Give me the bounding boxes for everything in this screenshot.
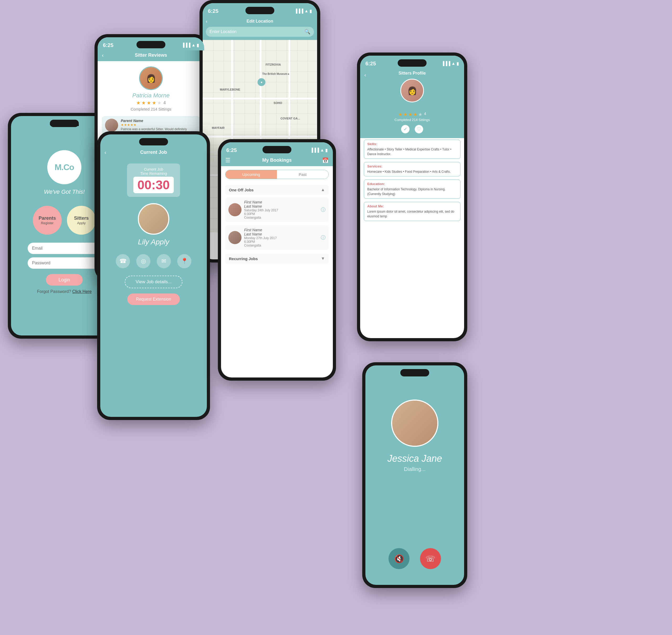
- login-button[interactable]: Login: [46, 274, 83, 286]
- bookings-header: ☰ My Bookings 📅: [221, 155, 333, 166]
- pin-dot: ●: [261, 80, 262, 84]
- status-time-reviews: 6:25: [103, 42, 113, 48]
- back-icon[interactable]: ‹: [102, 52, 104, 58]
- mute-button[interactable]: 🔇: [389, 548, 410, 569]
- booking-item-1: First NameLast Name Saturday 24th July 2…: [225, 197, 329, 222]
- about-text: Lorem ipsum dolor sit amet, consectetur …: [367, 209, 457, 219]
- rating-row: ★ ★ ★ ★ ★ 4: [136, 100, 166, 106]
- location-icon-btn[interactable]: ◎: [136, 254, 150, 268]
- completed-sittings: Completed 214 Sittings: [130, 107, 171, 111]
- phone-job-inner: 6:25 ▐▐▐ ▲ ▮ ‹ Current Job Current JobTi…: [100, 134, 207, 417]
- role-buttons: Parents Register Sitters Apply: [33, 206, 96, 235]
- timer-box: Current JobTime Remaining 00:30: [127, 163, 180, 197]
- calling-avatar: [391, 399, 438, 447]
- sitter-name: Patricia Morne: [132, 92, 170, 99]
- pstar-3: ★: [408, 112, 412, 117]
- app-logo: M.Co: [47, 150, 81, 184]
- signal-icon-p: ▐▐▐: [441, 61, 450, 66]
- profile-screen: 6:25 ▐▐▐ ▲ ▮ ‹ Sitters Profile 👩 Patrici…: [360, 56, 464, 338]
- star-4: ★: [152, 100, 156, 106]
- education-text: Bachelor of Information Technology. Dipl…: [367, 187, 457, 196]
- pstar-2: ★: [403, 112, 407, 117]
- status-icons-bookings: ▐▐▐ ▲ ▮: [310, 148, 328, 153]
- one-off-section-header[interactable]: One Off Jobs ▲: [225, 185, 329, 195]
- map-top-row: ‹ Edit Location: [206, 18, 314, 25]
- location-search-input[interactable]: Enter Location: [210, 29, 302, 34]
- recurring-section-header[interactable]: Recurring Jobs ▼: [225, 254, 329, 264]
- map-search-bar: ‹ Edit Location Enter Location 🔍: [203, 16, 317, 40]
- map-back-icon[interactable]: ‹: [206, 19, 208, 24]
- booking-name-2: First NameLast Name: [244, 228, 318, 236]
- wifi-icon-m: ▲: [304, 9, 308, 14]
- notch-profile: [398, 59, 427, 67]
- end-call-button[interactable]: ☏: [420, 548, 441, 569]
- status-icons-reviews: ▐▐▐ ▲ ▮: [181, 43, 199, 48]
- past-tab[interactable]: Past: [277, 170, 328, 179]
- notch-job: [139, 138, 168, 146]
- click-here-link[interactable]: Click Here: [72, 289, 92, 294]
- map-label-marylebone: MARYLEBONE: [220, 88, 240, 91]
- phone-calling: 6:25 ▐▐▐ ▲ ▮ Jessica Jane Dialling... 🔇 …: [362, 362, 467, 588]
- message-icon-btn[interactable]: ✉: [157, 254, 171, 268]
- battery-icon-m: ▮: [309, 9, 312, 14]
- bookings-tabs: Upcoming Past: [225, 170, 329, 179]
- booking-time-2: 6:30PM: [244, 240, 318, 244]
- booking-info-1: First NameLast Name Saturday 24th July 2…: [244, 200, 318, 219]
- reviewer-name-1: Parent Name: [121, 119, 197, 123]
- wifi-icon-r: ▲: [191, 43, 196, 47]
- one-off-toggle-icon[interactable]: ▲: [321, 188, 325, 192]
- menu-icon[interactable]: ☰: [225, 157, 231, 164]
- status-icons-map: ▐▐▐ ▲ ▮: [294, 9, 312, 14]
- notch-map: [245, 7, 274, 14]
- star-3: ★: [147, 100, 151, 106]
- review-avatar-1: [105, 119, 118, 132]
- star-2: ★: [142, 100, 146, 106]
- profile-verifications: ✓ ♡: [400, 125, 424, 134]
- status-icons-profile: ▐▐▐ ▲ ▮: [441, 61, 459, 66]
- profile-back-icon[interactable]: ‹: [364, 72, 366, 78]
- battery-icon-r: ▮: [197, 43, 199, 48]
- map-label-soho: SOHO: [274, 101, 282, 105]
- request-extension-button[interactable]: Request Extension: [127, 293, 180, 305]
- sitter-job-avatar: [138, 203, 169, 235]
- view-details-button[interactable]: View Job details...: [125, 276, 182, 288]
- battery-icon-p: ▮: [456, 61, 459, 66]
- job-avatar-img: [139, 204, 168, 234]
- job-top-bar: ‹ Current Job: [100, 148, 207, 158]
- recurring-title: Recurring Jobs: [229, 257, 258, 261]
- booking-avatar-2: [229, 231, 241, 244]
- recurring-toggle-icon[interactable]: ▼: [321, 256, 325, 261]
- calendar-icon[interactable]: 📅: [322, 157, 329, 163]
- signal-icon-b: ▐▐▐: [310, 148, 319, 153]
- booking-info-icon-1[interactable]: ⓘ: [321, 206, 325, 213]
- review-stars-1: ★★★★★: [121, 123, 197, 127]
- job-back-icon[interactable]: ‹: [105, 149, 106, 155]
- booking-info-icon-2[interactable]: ⓘ: [321, 235, 325, 241]
- battery-icon-b: ▮: [325, 148, 328, 153]
- avatar-img: 👩: [140, 67, 162, 89]
- phone-bookings-inner: 6:25 ▐▐▐ ▲ ▮ ☰ My Bookings 📅 Upcoming Pa…: [221, 142, 333, 377]
- notch-reviews: [136, 41, 165, 48]
- password-field[interactable]: [27, 257, 101, 269]
- pstar-1: ★: [398, 112, 403, 117]
- job-screen: 6:25 ▐▐▐ ▲ ▮ ‹ Current Job Current JobTi…: [100, 134, 207, 417]
- star-5: ★: [157, 100, 161, 106]
- sitters-apply-button[interactable]: Sitters Apply: [67, 206, 96, 235]
- profile-avatar-img: 👩: [401, 80, 423, 102]
- map-label-museum: The British Museum ▸: [262, 72, 289, 75]
- location-search-row[interactable]: Enter Location 🔍: [206, 27, 314, 37]
- about-section: About Me: Lorem ipsum dolor sit amet, co…: [364, 202, 460, 221]
- bookings-screen: 6:25 ▐▐▐ ▲ ▮ ☰ My Bookings 📅 Upcoming Pa…: [221, 142, 333, 377]
- map-label-fitzrovia: FITZROVIA: [266, 63, 281, 66]
- upcoming-tab[interactable]: Upcoming: [225, 170, 277, 179]
- booking-name-1: First NameLast Name: [244, 200, 318, 209]
- job-action-icons: ☎ ◎ ✉ 📍: [116, 254, 191, 268]
- profile-sitter-name: Patricia Morne: [395, 105, 429, 110]
- profile-completed: Completed 214 Sittings: [394, 118, 430, 122]
- signal-icon-m: ▐▐▐: [294, 9, 303, 14]
- parents-register-button[interactable]: Parents Register: [33, 206, 62, 235]
- map-label-mayfair: MAYFAIR: [212, 126, 225, 129]
- phone-icon-btn[interactable]: ☎: [116, 254, 130, 268]
- pin-icon-btn[interactable]: 📍: [177, 254, 191, 268]
- email-field[interactable]: [27, 243, 101, 254]
